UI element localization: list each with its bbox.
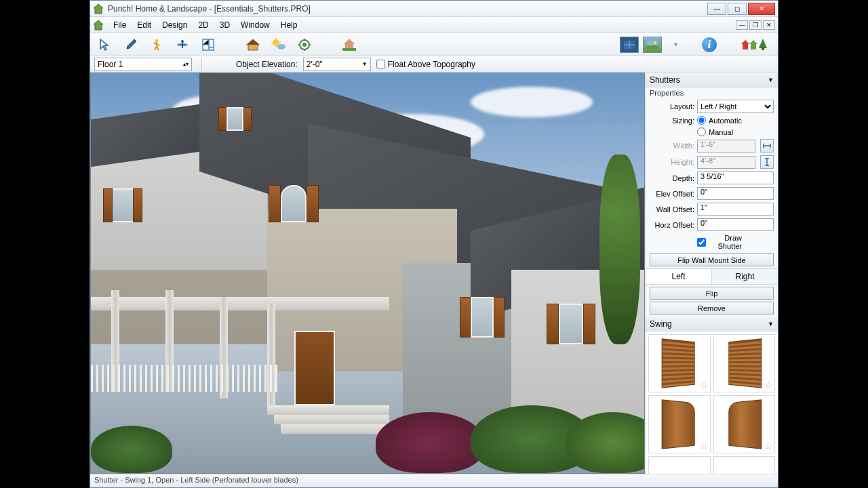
menu-3d[interactable]: 3D	[214, 19, 235, 31]
blueprint-view-button[interactable]	[620, 37, 639, 53]
status-text: Shutter - Swing 1, Open - Left Side (Per…	[94, 476, 298, 484]
landscape-tool-icon[interactable]	[340, 35, 359, 54]
shutter-thumb[interactable]: ☆	[713, 334, 776, 392]
render-view-button[interactable]	[643, 37, 662, 53]
height-measure-icon[interactable]	[760, 155, 774, 169]
width-measure-icon[interactable]	[760, 139, 774, 152]
viewport-3d[interactable]	[90, 73, 645, 474]
svg-marker-1	[94, 20, 103, 30]
svg-point-11	[302, 43, 307, 47]
chevron-down-icon: ▼	[768, 321, 774, 327]
mdi-close-button[interactable]: ✕	[763, 20, 775, 30]
eyedropper-tool-icon[interactable]	[121, 35, 140, 54]
fly-tool-icon[interactable]	[173, 35, 192, 54]
layout-label: Layout:	[650, 102, 694, 110]
float-topography-checkbox[interactable]: Float Above Topography	[376, 60, 475, 69]
section-header-shutters[interactable]: Shutters ▼	[646, 73, 778, 87]
remove-button[interactable]: Remove	[650, 302, 774, 314]
shutter-thumb[interactable]	[648, 456, 711, 474]
svg-point-4	[181, 40, 184, 43]
wall-offset-input[interactable]: 1"	[697, 203, 774, 216]
select-tool-icon[interactable]	[96, 35, 115, 54]
star-icon[interactable]: ☆	[700, 441, 709, 451]
menu-design[interactable]: Design	[157, 19, 193, 31]
app-window: Punch! Home & Landscape - [Essentials_Sh…	[90, 0, 778, 488]
width-input: 1'-6"	[697, 140, 755, 152]
menu-2d[interactable]: 2D	[193, 19, 214, 31]
menu-edit[interactable]: Edit	[132, 19, 157, 31]
svg-marker-19	[749, 40, 757, 49]
minimize-button[interactable]: —	[707, 3, 726, 15]
draw-shutter-checkbox[interactable]: Draw Shutter	[697, 234, 742, 250]
elev-offset-input[interactable]: 0"	[697, 187, 774, 200]
swing-label: Swing	[650, 319, 672, 329]
horz-offset-label: Horz Offset:	[650, 221, 694, 229]
info-icon[interactable]: i	[702, 37, 717, 52]
close-button[interactable]: ✕	[748, 3, 775, 15]
app-logo-icon	[93, 20, 104, 30]
maximize-button[interactable]: ◻	[728, 3, 747, 15]
height-label: Height:	[650, 158, 694, 166]
elevation-value: 2'-0"	[307, 60, 323, 69]
elevation-label: Object Elevation:	[236, 60, 298, 69]
star-icon[interactable]: ☆	[764, 380, 773, 390]
sizing-manual-radio[interactable]: Manual	[697, 127, 742, 136]
elevation-select[interactable]: 2'-0" ▼	[303, 58, 371, 71]
floorplan-tool-icon[interactable]	[199, 35, 218, 54]
svg-marker-7	[246, 39, 260, 45]
tab-left[interactable]: Left	[646, 269, 711, 284]
optionbar: Floor 1 ▴▾ Object Elevation: 2'-0" ▼ Flo…	[90, 56, 778, 73]
svg-point-2	[155, 39, 159, 42]
floor-select[interactable]: Floor 1 ▴▾	[94, 58, 192, 71]
sizing-automatic-radio[interactable]: Automatic	[697, 116, 742, 125]
star-icon[interactable]: ☆	[764, 441, 773, 451]
weather-tool-icon[interactable]	[269, 35, 288, 54]
svg-rect-13	[342, 48, 356, 51]
flip-button[interactable]: Flip	[650, 287, 774, 300]
walk-tool-icon[interactable]	[147, 35, 166, 54]
svg-point-17	[654, 41, 656, 44]
titlebar: Punch! Home & Landscape - [Essentials_Sh…	[90, 1, 778, 17]
shutter-thumb[interactable]: ☆	[648, 334, 711, 392]
menu-help[interactable]: Help	[275, 19, 303, 31]
properties-label: Properties	[646, 87, 778, 98]
wall-offset-label: Wall Offset:	[650, 205, 694, 214]
svg-rect-21	[762, 47, 764, 50]
toolbar: ▾ i	[90, 33, 778, 56]
settings-tool-icon[interactable]	[295, 35, 314, 54]
svg-point-9	[277, 44, 285, 49]
mdi-restore-button[interactable]: ❐	[749, 20, 762, 30]
chevron-down-icon: ▼	[768, 77, 774, 83]
depth-input[interactable]: 3 5/16"	[697, 171, 774, 184]
svg-marker-12	[344, 39, 355, 48]
color-houses-icon[interactable]	[741, 37, 772, 52]
svg-rect-16	[647, 45, 658, 49]
app-logo-icon	[93, 3, 104, 14]
svg-marker-20	[759, 39, 767, 48]
main-area: Shutters ▼ Properties Layout: Left / Rig…	[90, 73, 778, 474]
star-icon[interactable]: ☆	[700, 380, 709, 390]
horz-offset-input[interactable]: 0"	[697, 218, 774, 231]
height-input: 4'-8"	[697, 156, 755, 169]
depth-label: Depth:	[650, 174, 694, 182]
layout-select[interactable]: Left / Right	[697, 100, 774, 113]
window-title: Punch! Home & Landscape - [Essentials_Sh…	[108, 4, 707, 14]
svg-marker-18	[741, 40, 749, 49]
float-label: Float Above Topography	[388, 60, 475, 69]
shutter-thumb[interactable]	[713, 456, 776, 474]
menu-file[interactable]: File	[108, 19, 132, 31]
shutter-thumb[interactable]: ☆	[713, 395, 776, 453]
svg-marker-0	[94, 4, 103, 14]
section-header-swing[interactable]: Swing ▼	[646, 317, 778, 331]
sizing-label: Sizing:	[650, 117, 694, 125]
statusbar: Shutter - Swing 1, Open - Left Side (Per…	[90, 474, 778, 487]
mdi-minimize-button[interactable]: —	[736, 20, 748, 30]
shutter-thumb[interactable]: ☆	[648, 395, 711, 453]
floor-value: Floor 1	[98, 60, 123, 69]
properties-sidebar: Shutters ▼ Properties Layout: Left / Rig…	[645, 73, 778, 474]
section-title: Shutters	[650, 75, 680, 85]
menu-window[interactable]: Window	[235, 19, 275, 31]
flip-wall-mount-button[interactable]: Flip Wall Mount Side	[650, 253, 774, 266]
tab-right[interactable]: Right	[711, 269, 778, 284]
house-tool-icon[interactable]	[243, 35, 262, 54]
